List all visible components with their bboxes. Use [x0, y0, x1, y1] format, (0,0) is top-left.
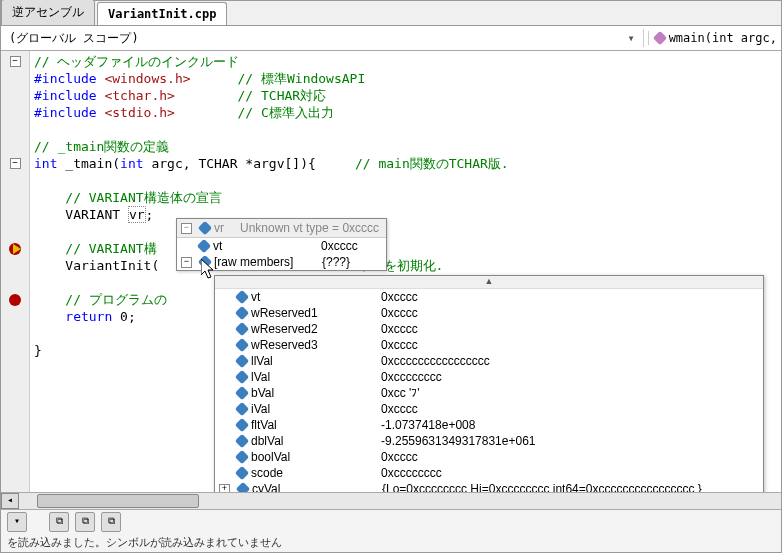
member-value: 0xcccc — [381, 322, 759, 336]
member-name: wReserved1 — [251, 306, 381, 320]
datatip-var-val: Unknown vt type = 0xcccc — [240, 221, 379, 235]
field-icon — [235, 434, 249, 448]
member-value: 0xcccc — [381, 338, 759, 352]
gutter: − − — [1, 51, 30, 492]
scope-label: (グローバル スコープ) — [9, 30, 139, 47]
field-icon — [235, 338, 249, 352]
expand-toggle[interactable]: − — [181, 223, 192, 234]
member-name: scode — [251, 466, 381, 480]
datatip-row[interactable]: bVal0xcc 'ﾌ' — [215, 385, 763, 401]
member-dropdown[interactable]: wmain(int argc, — [648, 31, 777, 45]
member-name: vt — [213, 239, 321, 253]
bottom-panel: ▾ ⧉ ⧉ ⧉ を読み込みました。シンボルが読み込みまれていません — [1, 509, 781, 552]
datatip-row[interactable]: dblVal-9.2559631349317831e+061 — [215, 433, 763, 449]
collapse-toggle[interactable]: − — [10, 158, 21, 169]
field-icon — [235, 386, 249, 400]
field-icon — [235, 354, 249, 368]
datatip-expanded: ▲ vt0xccccwReserved10xccccwReserved20xcc… — [214, 275, 764, 492]
field-icon — [236, 482, 250, 492]
toolbar-button[interactable]: ⧉ — [101, 512, 121, 532]
breakpoint-marker[interactable] — [9, 294, 21, 306]
horizontal-scrollbar[interactable]: ◂ — [1, 492, 781, 509]
execution-arrow-icon — [13, 244, 21, 254]
member-name: fltVal — [251, 418, 381, 432]
member-value: {Lo=0xcccccccc Hi=0xcccccccc int64=0xccc… — [382, 482, 759, 492]
datatip-row[interactable]: llVal0xcccccccccccccccc — [215, 353, 763, 369]
member-name: dblVal — [251, 434, 381, 448]
member-value: 0xcccccccccccccccc — [381, 354, 759, 368]
tab-disassembly[interactable]: 逆アセンブル — [1, 0, 95, 25]
member-name: [raw members] — [214, 255, 322, 269]
datatip-row[interactable]: scode0xcccccccc — [215, 465, 763, 481]
member-value: 0xcccc — [381, 306, 759, 320]
field-icon — [235, 306, 249, 320]
method-icon — [653, 31, 667, 45]
member-name: llVal — [251, 354, 381, 368]
scope-bar: (グローバル スコープ) ▾ wmain(int argc, — [1, 26, 781, 51]
expand-toggle[interactable]: − — [181, 257, 192, 268]
toolbar-dropdown[interactable]: ▾ — [7, 512, 27, 532]
field-icon — [235, 466, 249, 480]
member-name: wReserved2 — [251, 322, 381, 336]
member-value: 0xcccccccc — [381, 370, 759, 384]
field-icon — [235, 322, 249, 336]
toolbar-button[interactable]: ⧉ — [75, 512, 95, 532]
datatip-row[interactable]: vt0xcccc — [215, 289, 763, 305]
datatip-row[interactable]: wReserved20xcccc — [215, 321, 763, 337]
member-name: wReserved3 — [251, 338, 381, 352]
variable-icon — [198, 221, 212, 235]
member-name: vt — [251, 290, 381, 304]
member-name: bVal — [251, 386, 381, 400]
member-name: boolVal — [251, 450, 381, 464]
datatip-row[interactable]: +cyVal{Lo=0xcccccccc Hi=0xcccccccc int64… — [215, 481, 763, 492]
field-icon — [235, 370, 249, 384]
member-value: 0xcccc — [321, 239, 381, 253]
datatip-var-name: vr — [214, 221, 234, 235]
expand-toggle[interactable]: + — [219, 484, 230, 493]
datatip-row[interactable]: wReserved10xcccc — [215, 305, 763, 321]
member-value: 0xcccccccc — [381, 466, 759, 480]
member-value: {???} — [322, 255, 382, 269]
datatip-row[interactable]: boolVal0xcccc — [215, 449, 763, 465]
collapse-toggle[interactable]: − — [10, 56, 21, 67]
chevron-down-icon[interactable]: ▾ — [623, 31, 638, 45]
field-icon — [198, 255, 212, 269]
member-name: iVal — [251, 402, 381, 416]
datatip-row[interactable]: iVal0xcccc — [215, 401, 763, 417]
scope-dropdown[interactable]: (グローバル スコープ) — [5, 28, 623, 49]
scroll-left-button[interactable]: ◂ — [1, 493, 19, 509]
datatip-outer: − vr Unknown vt type = 0xcccc vt 0xcccc … — [176, 218, 387, 271]
datatip-row[interactable]: lVal0xcccccccc — [215, 369, 763, 385]
editor-area: − − // ヘッダファイルのインクルード #include <windows.… — [1, 51, 781, 492]
scroll-thumb[interactable] — [37, 494, 199, 508]
member-value: 0xcc 'ﾌ' — [381, 386, 759, 400]
toolbar-button[interactable]: ⧉ — [49, 512, 69, 532]
member-value: -9.2559631349317831e+061 — [381, 434, 759, 448]
field-icon — [235, 450, 249, 464]
tab-source[interactable]: VariantInit.cpp — [97, 2, 227, 25]
member-value: 0xcccc — [381, 450, 759, 464]
datatip-row[interactable]: wReserved30xcccc — [215, 337, 763, 353]
member-value: 0xcccc — [381, 402, 759, 416]
field-icon — [235, 418, 249, 432]
member-label: wmain(int argc, — [669, 31, 777, 45]
file-tabs: 逆アセンブル VariantInit.cpp — [1, 1, 781, 26]
field-icon — [235, 290, 249, 304]
field-icon — [235, 402, 249, 416]
member-value: -1.0737418e+008 — [381, 418, 759, 432]
datatip-row[interactable]: fltVal-1.0737418e+008 — [215, 417, 763, 433]
scroll-up-arrow[interactable]: ▲ — [215, 276, 763, 289]
member-name: lVal — [251, 370, 381, 384]
field-icon — [197, 239, 211, 253]
member-value: 0xcccc — [381, 290, 759, 304]
status-text: を読み込みました。シンボルが読み込みまれていません — [1, 533, 781, 552]
member-name: cyVal — [252, 482, 382, 492]
